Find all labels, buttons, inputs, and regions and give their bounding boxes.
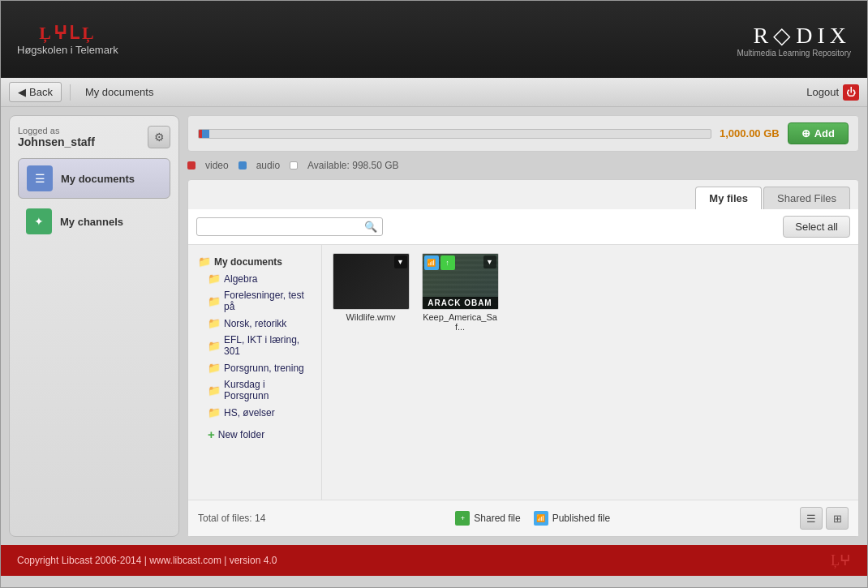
- my-files-tab-label: My files: [709, 192, 748, 204]
- toolbar: 🔍 Select all: [188, 209, 858, 245]
- available-label: Available: 998.50 GB: [307, 160, 399, 171]
- file-panel: My files Shared Files 🔍 Select all: [187, 179, 859, 537]
- published-file-legend: 📶 Published file: [534, 511, 610, 526]
- back-label: Back: [29, 86, 53, 98]
- my-documents-icon: ☰: [27, 165, 53, 191]
- tab-my-files[interactable]: My files: [695, 187, 762, 209]
- settings-button[interactable]: ⚙: [148, 126, 170, 148]
- gear-icon: ⚙: [154, 131, 165, 144]
- folder-hs-label: HS, øvelser: [224, 407, 275, 418]
- select-all-label: Select all: [795, 221, 838, 233]
- shared-files-tab-label: Shared Files: [777, 192, 836, 204]
- logout-label: Logout: [806, 86, 839, 98]
- total-files-label: Total of files: 14: [198, 513, 265, 524]
- published-file-icon: 📶: [534, 511, 548, 526]
- logo-symbol: ĻⵖᏞĻ: [39, 23, 96, 44]
- folder-icon-norsk: 📁: [208, 317, 221, 329]
- file-browser: 📁 My documents 📁 Algebra 📁 Forelesninger…: [188, 245, 858, 500]
- obama-text-overlay: ARACK OBAM: [423, 297, 498, 309]
- folder-root-label: My documents: [214, 256, 282, 268]
- storage-legend: video audio Available: 998.50 GB: [187, 160, 859, 171]
- folder-forelesninger[interactable]: 📁 Forelesninger, test på: [195, 287, 315, 315]
- footer: Copyright Libcast 2006-2014 | www.libcas…: [1, 545, 867, 576]
- shared-file-label: Shared file: [474, 513, 520, 524]
- published-file-label: Published file: [552, 513, 610, 524]
- file-item-obama[interactable]: ARACK OBAM 📶 ↑ ▼ Keep_America_Saf...: [419, 253, 501, 332]
- available-dot: [290, 161, 298, 170]
- institution-name: Høgskolen i Telemark: [17, 44, 118, 56]
- folder-kursdag-label: Kursdag i Porsgrunn: [224, 379, 312, 401]
- grid-view-button[interactable]: ⊞: [826, 507, 849, 530]
- back-button[interactable]: ◀ Back: [9, 82, 62, 102]
- folder-norsk[interactable]: 📁 Norsk, retorikk: [195, 315, 315, 332]
- logout-section: Logout ⏻: [806, 84, 859, 101]
- storage-total: 1,000.00 GB: [720, 127, 780, 139]
- audio-label: audio: [256, 160, 280, 171]
- folder-icon-kursdag: 📁: [208, 384, 221, 397]
- my-channels-icon: ✦: [26, 208, 52, 234]
- list-view-button[interactable]: ☰: [800, 507, 823, 530]
- search-box: 🔍: [196, 217, 383, 236]
- folder-hs[interactable]: 📁 HS, øvelser: [195, 404, 315, 421]
- plus-icon: +: [208, 427, 215, 441]
- add-button[interactable]: ⊕ Add: [788, 122, 849, 144]
- sidebar-item-my-documents[interactable]: ☰ My documents: [18, 158, 170, 199]
- folder-algebra[interactable]: 📁 Algebra: [195, 270, 315, 287]
- file-name-obama: Keep_America_Saf...: [419, 312, 501, 332]
- shared-file-legend: + Shared file: [455, 511, 520, 526]
- content-area: 1,000.00 GB ⊕ Add video audio Available:…: [187, 115, 859, 537]
- folder-efl[interactable]: 📁 EFL, IKT i læring, 301: [195, 332, 315, 359]
- folder-forelesninger-label: Forelesninger, test på: [224, 290, 312, 312]
- audio-dot: [238, 161, 247, 170]
- view-icons: ☰ ⊞: [800, 507, 849, 530]
- folder-kursdag[interactable]: 📁 Kursdag i Porsgrunn: [195, 376, 315, 404]
- radix-subtitle: Multimedia Learning Repository: [737, 49, 851, 58]
- file-thumb-obama: ARACK OBAM 📶 ↑ ▼: [422, 253, 499, 310]
- main-layout: Logged as Johnsen_staff ⚙ ☰ My documents…: [1, 107, 867, 545]
- folder-tree: 📁 My documents 📁 Algebra 📁 Forelesninger…: [188, 245, 322, 500]
- folder-porsgrunn-label: Porsgrunn, trening: [224, 363, 304, 374]
- tabs-row: My files Shared Files: [188, 180, 858, 209]
- sidebar-item-my-channels[interactable]: ✦ My channels: [18, 202, 170, 241]
- folder-root[interactable]: 📁 My documents: [195, 253, 315, 270]
- user-section: Logged as Johnsen_staff ⚙: [18, 126, 170, 148]
- arrow-badge: ↑: [440, 255, 455, 270]
- my-documents-nav-link[interactable]: My documents: [79, 83, 161, 101]
- file-item-wildlife[interactable]: ▼ Wildlife.wmv: [330, 253, 411, 332]
- navbar: ◀ Back My documents Logout ⏻: [1, 78, 867, 107]
- institution-logo: ĻⵖᏞĻ Høgskolen i Telemark: [17, 23, 118, 56]
- legend-icons: + Shared file 📶 Published file: [455, 511, 610, 526]
- sidebar: Logged as Johnsen_staff ⚙ ☰ My documents…: [9, 115, 179, 537]
- my-documents-label: My documents: [61, 173, 135, 185]
- folder-algebra-label: Algebra: [224, 273, 257, 285]
- folder-icon-efl: 📁: [208, 340, 221, 352]
- video-dot: [187, 161, 196, 170]
- logged-as-label: Logged as: [18, 126, 95, 135]
- search-input[interactable]: [202, 221, 364, 233]
- folder-icon-hs: 📁: [208, 406, 221, 418]
- new-folder-button[interactable]: + New folder: [195, 424, 315, 444]
- search-icon: 🔍: [364, 221, 377, 233]
- footer-text: Copyright Libcast 2006-2014 | www.libcas…: [17, 555, 277, 566]
- nav-separator: [70, 84, 71, 101]
- user-info: Logged as Johnsen_staff: [18, 126, 95, 148]
- new-folder-label: New folder: [218, 429, 264, 440]
- folder-icon-root: 📁: [198, 255, 211, 268]
- select-all-button[interactable]: Select all: [783, 216, 850, 238]
- my-channels-label: My channels: [60, 216, 123, 228]
- file-name-wildlife: Wildlife.wmv: [346, 312, 395, 322]
- folder-porsgrunn[interactable]: 📁 Porsgrunn, trening: [195, 359, 315, 376]
- folder-icon-algebra: 📁: [208, 273, 221, 285]
- folder-efl-label: EFL, IKT i læring, 301: [224, 334, 312, 357]
- radix-logo: R◇DIX Multimedia Learning Repository: [737, 22, 851, 58]
- file-dropdown-obama[interactable]: ▼: [483, 255, 496, 268]
- file-dropdown-wildlife[interactable]: ▼: [394, 255, 407, 268]
- logout-button[interactable]: ⏻: [843, 84, 859, 101]
- folder-norsk-label: Norsk, retorikk: [224, 318, 286, 329]
- wifi-badge: 📶: [424, 255, 439, 270]
- footer-logo: Ļⵖ: [831, 552, 851, 569]
- folder-icon-forelesninger: 📁: [208, 295, 221, 307]
- tab-shared-files[interactable]: Shared Files: [763, 187, 850, 209]
- radix-title: R◇DIX: [737, 22, 851, 49]
- shared-file-icon: +: [455, 511, 470, 526]
